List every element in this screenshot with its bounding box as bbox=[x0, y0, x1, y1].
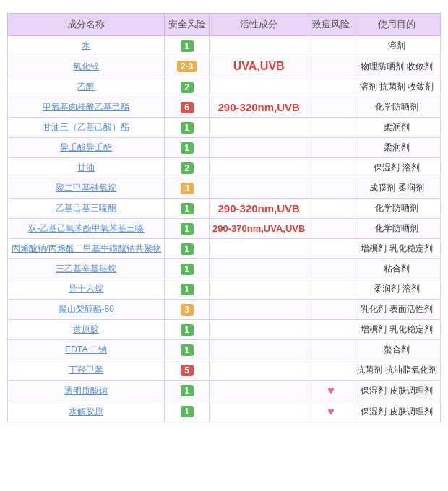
purpose: 乳化剂 表面活性剂 bbox=[353, 300, 441, 320]
purpose: 保湿剂 溶剂 bbox=[353, 158, 441, 178]
ingredient-name[interactable]: 透明质酸钠 bbox=[8, 381, 165, 401]
safety-badge: 2 bbox=[165, 77, 209, 97]
column-header: 使用目的 bbox=[353, 14, 441, 36]
acne-risk bbox=[309, 36, 353, 56]
active-ingredient bbox=[209, 138, 309, 158]
active-ingredient: 290-320nm,UVB bbox=[209, 199, 309, 219]
active-ingredient bbox=[209, 158, 309, 178]
column-header: 安全风险 bbox=[165, 14, 209, 36]
ingredient-name[interactable]: 水解胶原 bbox=[8, 401, 165, 422]
ingredient-name[interactable]: 甘油三（乙基己酸）酯 bbox=[8, 118, 165, 138]
ingredient-name[interactable]: 乙基己基三嗪酮 bbox=[8, 199, 165, 219]
ingredient-name[interactable]: 异十六烷 bbox=[8, 279, 165, 300]
purpose: 溶剂 bbox=[353, 36, 441, 56]
column-header: 致痘风险 bbox=[309, 14, 353, 36]
column-header: 活性成分 bbox=[209, 14, 309, 36]
safety-badge: 1 bbox=[165, 401, 209, 422]
table-row: 水1溶剂 bbox=[8, 36, 441, 56]
purpose: 保湿剂 皮肤调理剂 bbox=[353, 401, 441, 422]
acne-risk bbox=[309, 158, 353, 178]
safety-badge: 1 bbox=[165, 199, 209, 219]
ingredient-name[interactable]: 丙烯酸钠/丙烯酰二甲基牛磺酸钠共聚物 bbox=[8, 239, 165, 259]
ingredient-name[interactable]: 双-乙基己氧苯酚甲氧苯基三嗪 bbox=[8, 219, 165, 239]
safety-badge: 2 bbox=[165, 158, 209, 178]
table-row: 异壬酸异壬酯1柔润剂 bbox=[8, 138, 441, 158]
safety-badge: 1 bbox=[165, 381, 209, 401]
acne-risk bbox=[309, 219, 353, 239]
purpose: 增稠剂 乳化稳定剂 bbox=[353, 239, 441, 259]
safety-badge: 1 bbox=[165, 219, 209, 239]
acne-risk bbox=[309, 138, 353, 158]
active-ingredient bbox=[209, 340, 309, 360]
safety-badge: 2-3 bbox=[165, 56, 209, 77]
acne-risk bbox=[309, 97, 353, 118]
ingredient-name[interactable]: 三乙基辛基硅烷 bbox=[8, 259, 165, 279]
active-ingredient bbox=[209, 178, 309, 199]
acne-risk bbox=[309, 360, 353, 381]
purpose: 溶剂 抗菌剂 收敛剂 bbox=[353, 77, 441, 97]
active-ingredient: 290-320nm,UVB bbox=[209, 97, 309, 118]
safety-badge: 1 bbox=[165, 138, 209, 158]
safety-badge: 1 bbox=[165, 320, 209, 340]
acne-risk: ♥ bbox=[309, 401, 353, 422]
table-row: 甘油三（乙基己酸）酯1柔润剂 bbox=[8, 118, 441, 138]
heart-icon: ♥ bbox=[327, 405, 335, 417]
safety-badge: 6 bbox=[165, 97, 209, 118]
ingredients-table: 成分名称安全风险活性成分致痘风险使用目的 水1溶剂氧化锌2-3UVA,UVB物理… bbox=[7, 13, 441, 422]
table-row: 三乙基辛基硅烷1粘合剂 bbox=[8, 259, 441, 279]
table-row: 聚二甲基硅氧烷3成膜剂 柔润剂 bbox=[8, 178, 441, 199]
ingredient-name[interactable]: 乙醇 bbox=[8, 77, 165, 97]
active-ingredient bbox=[209, 320, 309, 340]
safety-badge: 1 bbox=[165, 239, 209, 259]
ingredient-name[interactable]: 丁羟甲苯 bbox=[8, 360, 165, 381]
acne-risk bbox=[309, 178, 353, 199]
ingredient-name[interactable]: 甘油 bbox=[8, 158, 165, 178]
acne-risk bbox=[309, 320, 353, 340]
active-ingredient bbox=[209, 118, 309, 138]
active-ingredient bbox=[209, 360, 309, 381]
acne-risk bbox=[309, 279, 353, 300]
active-ingredient bbox=[209, 381, 309, 401]
ingredient-name[interactable]: 氧化锌 bbox=[8, 56, 165, 77]
heart-icon: ♥ bbox=[327, 384, 335, 396]
safety-badge: 1 bbox=[165, 279, 209, 300]
ingredient-name[interactable]: 水 bbox=[8, 36, 165, 56]
active-ingredient bbox=[209, 36, 309, 56]
table-row: 甲氧基肉桂酸乙基己酯6290-320nm,UVB化学防晒剂 bbox=[8, 97, 441, 118]
ingredient-name[interactable]: EDTA 二钠 bbox=[8, 340, 165, 360]
table-row: EDTA 二钠1螯合剂 bbox=[8, 340, 441, 360]
table-row: 水解胶原1♥保湿剂 皮肤调理剂 bbox=[8, 401, 441, 422]
ingredient-name[interactable]: 甲氧基肉桂酸乙基己酯 bbox=[8, 97, 165, 118]
acne-risk bbox=[309, 340, 353, 360]
table-row: 透明质酸钠1♥保湿剂 皮肤调理剂 bbox=[8, 381, 441, 401]
active-ingredient bbox=[209, 300, 309, 320]
purpose: 柔润剂 bbox=[353, 118, 441, 138]
active-ingredient: 290-370nm,UVA,UVB bbox=[209, 219, 309, 239]
table-row: 异十六烷1柔润剂 溶剂 bbox=[8, 279, 441, 300]
safety-badge: 1 bbox=[165, 340, 209, 360]
safety-badge: 3 bbox=[165, 300, 209, 320]
active-ingredient bbox=[209, 77, 309, 97]
table-row: 黄原胶1增稠剂 乳化稳定剂 bbox=[8, 320, 441, 340]
column-header: 成分名称 bbox=[8, 14, 165, 36]
active-ingredient bbox=[209, 239, 309, 259]
acne-risk: ♥ bbox=[309, 381, 353, 401]
ingredient-name[interactable]: 黄原胶 bbox=[8, 320, 165, 340]
ingredient-name[interactable]: 聚山梨醇酯-80 bbox=[8, 300, 165, 320]
acne-risk bbox=[309, 199, 353, 219]
acne-risk bbox=[309, 77, 353, 97]
table-row: 丙烯酸钠/丙烯酰二甲基牛磺酸钠共聚物1增稠剂 乳化稳定剂 bbox=[8, 239, 441, 259]
table-row: 乙醇2溶剂 抗菌剂 收敛剂 bbox=[8, 77, 441, 97]
active-ingredient bbox=[209, 401, 309, 422]
ingredient-name[interactable]: 异壬酸异壬酯 bbox=[8, 138, 165, 158]
table-row: 丁羟甲苯5抗菌剂 抗油脂氧化剂 bbox=[8, 360, 441, 381]
table-header: 成分名称安全风险活性成分致痘风险使用目的 bbox=[8, 14, 441, 36]
active-ingredient bbox=[209, 279, 309, 300]
table-row: 乙基己基三嗪酮1290-320nm,UVB化学防晒剂 bbox=[8, 199, 441, 219]
purpose: 保湿剂 皮肤调理剂 bbox=[353, 381, 441, 401]
acne-risk bbox=[309, 239, 353, 259]
purpose: 化学防晒剂 bbox=[353, 199, 441, 219]
safety-badge: 1 bbox=[165, 118, 209, 138]
acne-risk bbox=[309, 56, 353, 77]
ingredient-name[interactable]: 聚二甲基硅氧烷 bbox=[8, 178, 165, 199]
